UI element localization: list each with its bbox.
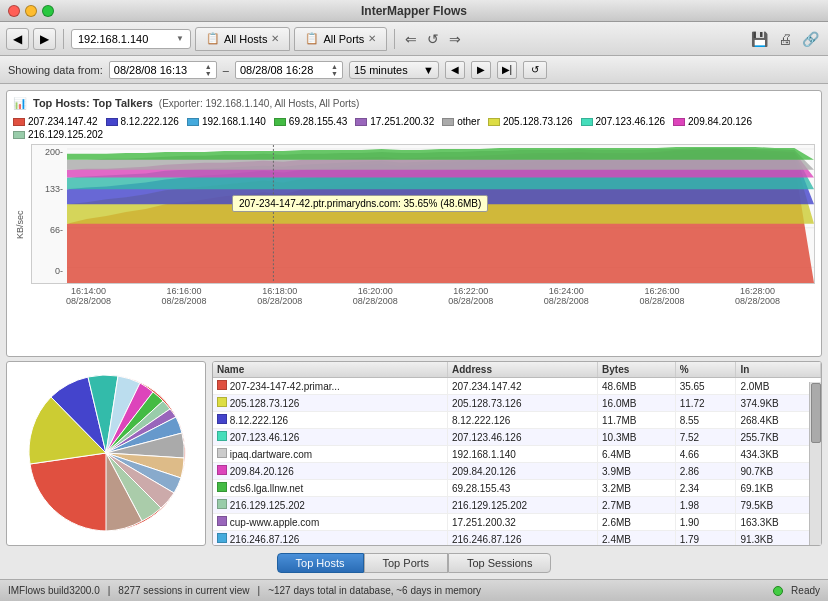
cell-name: 207-234-147-42.primar...	[213, 378, 447, 395]
tab-hosts-close-icon[interactable]: ✕	[271, 33, 279, 44]
chart-tooltip: 207-234-147-42.ptr.primarydns.com: 35.65…	[232, 195, 488, 212]
table-row[interactable]: 207.123.46.126 207.123.46.126 10.3MB 7.5…	[213, 429, 821, 446]
row-color-swatch	[217, 465, 227, 475]
cell-pct: 7.52	[675, 429, 736, 446]
separator	[63, 29, 64, 49]
legend-item: 205.128.73.126	[488, 116, 573, 127]
end-date-stepper[interactable]: ▲▼	[331, 63, 338, 77]
tab-all-hosts[interactable]: 📋 All Hosts ✕	[195, 27, 290, 51]
legend-color-swatch	[187, 118, 199, 126]
legend-label: 69.28.155.43	[289, 116, 347, 127]
col-header-bytes[interactable]: Bytes	[598, 362, 676, 378]
cell-in: 79.5KB	[736, 497, 821, 514]
end-date-input[interactable]: 08/28/08 16:28 ▲▼	[235, 61, 343, 79]
status-indicator	[773, 586, 783, 596]
y-axis-title: KB/sec	[13, 144, 31, 306]
print-button[interactable]: 🖨	[775, 30, 795, 48]
time-last-button[interactable]: ▶|	[497, 61, 517, 79]
titlebar: InterMapper Flows	[0, 0, 828, 22]
nav-left-button[interactable]: ⇐	[402, 30, 420, 48]
cell-pct: 2.34	[675, 480, 736, 497]
legend-label: 207.123.46.126	[596, 116, 666, 127]
table-row[interactable]: 8.12.222.126 8.12.222.126 11.7MB 8.55 26…	[213, 412, 821, 429]
cell-name: 8.12.222.126	[213, 412, 447, 429]
col-header-name[interactable]: Name	[213, 362, 447, 378]
maximize-button[interactable]	[42, 5, 54, 17]
end-date-value: 08/28/08 16:28	[240, 64, 313, 76]
save-button[interactable]: 💾	[748, 30, 771, 48]
back-button[interactable]: ◀	[6, 28, 29, 50]
cell-pct: 1.90	[675, 514, 736, 531]
cell-name: cup-www.apple.com	[213, 514, 447, 531]
legend-label: 207.234.147.42	[28, 116, 98, 127]
table-row[interactable]: 216.246.87.126 216.246.87.126 2.4MB 1.79…	[213, 531, 821, 547]
tab-top-sessions[interactable]: Top Sessions	[448, 553, 551, 573]
time-next-button[interactable]: ▶	[471, 61, 491, 79]
nav-right-button[interactable]: ⇒	[446, 30, 464, 48]
legend-item: 17.251.200.32	[355, 116, 434, 127]
row-color-swatch	[217, 431, 227, 441]
minimize-button[interactable]	[25, 5, 37, 17]
dash-label: –	[223, 64, 229, 76]
host-address-bar[interactable]: 192.168.1.140 ▼	[71, 29, 191, 49]
tab-all-ports[interactable]: 📋 All Ports ✕	[294, 27, 387, 51]
table-row[interactable]: ipaq.dartware.com 192.168.1.140 6.4MB 4.…	[213, 446, 821, 463]
start-date-input[interactable]: 08/28/08 16:13 ▲▼	[109, 61, 217, 79]
legend-label: 8.12.222.126	[121, 116, 179, 127]
cell-name: ipaq.dartware.com	[213, 446, 447, 463]
status-text: Ready	[791, 585, 820, 596]
chart-svg	[67, 145, 814, 283]
x-axis: 16:14:0008/28/2008 16:16:0008/28/2008 16…	[31, 284, 815, 306]
table-row[interactable]: cds6.lga.llnw.net 69.28.155.43 3.2MB 2.3…	[213, 480, 821, 497]
separator2	[394, 29, 395, 49]
time-prev-button[interactable]: ◀	[445, 61, 465, 79]
col-header-in[interactable]: In	[736, 362, 821, 378]
scrollbar-thumb[interactable]	[811, 383, 821, 443]
showing-label: Showing data from:	[8, 64, 103, 76]
cell-in: 69.1KB	[736, 480, 821, 497]
data-table: Name Address Bytes % In 207-234-147-42.p…	[213, 362, 821, 546]
row-color-swatch	[217, 397, 227, 407]
col-header-address[interactable]: Address	[447, 362, 597, 378]
legend-color-swatch	[581, 118, 593, 126]
nav-refresh-button[interactable]: ↺	[424, 30, 442, 48]
cell-address: 216.246.87.126	[447, 531, 597, 547]
row-color-swatch	[217, 414, 227, 424]
share-button[interactable]: 🔗	[799, 30, 822, 48]
cell-pct: 2.86	[675, 463, 736, 480]
cell-address: 192.168.1.140	[447, 446, 597, 463]
table-row[interactable]: 207-234-147-42.primar... 207.234.147.42 …	[213, 378, 821, 395]
cell-bytes: 2.4MB	[598, 531, 676, 547]
table-row[interactable]: cup-www.apple.com 17.251.200.32 2.6MB 1.…	[213, 514, 821, 531]
cell-name: 209.84.20.126	[213, 463, 447, 480]
tab-top-hosts[interactable]: Top Hosts	[277, 553, 364, 573]
cell-bytes: 48.6MB	[598, 378, 676, 395]
legend-color-swatch	[13, 131, 25, 139]
legend-label: 216.129.125.202	[28, 129, 103, 140]
table-scrollbar[interactable]	[809, 382, 821, 545]
table-row[interactable]: 205.128.73.126 205.128.73.126 16.0MB 11.…	[213, 395, 821, 412]
legend-item: 207.123.46.126	[581, 116, 666, 127]
tab-hosts-icon: 📋	[206, 32, 220, 45]
table-row[interactable]: 209.84.20.126 209.84.20.126 3.9MB 2.86 9…	[213, 463, 821, 480]
cell-in: 374.9KB	[736, 395, 821, 412]
build-info: IMFlows build3200.0	[8, 585, 100, 596]
row-color-swatch	[217, 448, 227, 458]
start-date-stepper[interactable]: ▲▼	[205, 63, 212, 77]
forward-button[interactable]: ▶	[33, 28, 56, 50]
tab-ports-close-icon[interactable]: ✕	[368, 33, 376, 44]
chart-export-icon[interactable]: 📊	[13, 97, 27, 110]
cell-name: cds6.lga.llnw.net	[213, 480, 447, 497]
tab-top-ports[interactable]: Top Ports	[364, 553, 448, 573]
time-refresh-button[interactable]: ↺	[523, 61, 547, 79]
duration-select[interactable]: 15 minutes ▼	[349, 61, 439, 79]
row-color-swatch	[217, 516, 227, 526]
datebar: Showing data from: 08/28/08 16:13 ▲▼ – 0…	[0, 56, 828, 84]
table-row[interactable]: 216.129.125.202 216.129.125.202 2.7MB 1.…	[213, 497, 821, 514]
legend-item: 69.28.155.43	[274, 116, 347, 127]
close-button[interactable]	[8, 5, 20, 17]
statusbar-separator2: |	[258, 585, 261, 596]
row-color-swatch	[217, 482, 227, 492]
legend-color-swatch	[488, 118, 500, 126]
col-header-pct[interactable]: %	[675, 362, 736, 378]
